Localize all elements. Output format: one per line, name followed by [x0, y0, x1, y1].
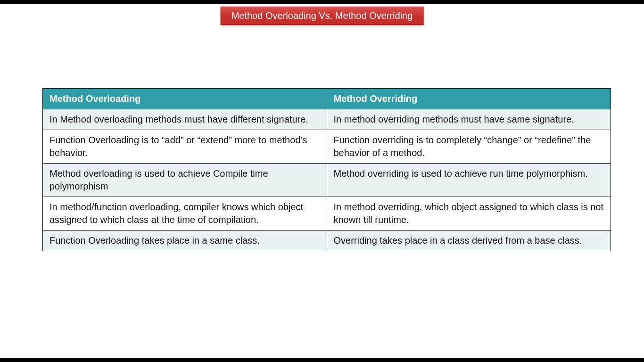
table-row: Function Overloading is to “add” or “ext… — [43, 130, 611, 164]
table-row: In method/function overloading, compiler… — [43, 197, 611, 230]
cell-overriding: Method overriding is used to achieve run… — [327, 164, 611, 197]
table-row: Function Overloading takes place in a sa… — [43, 230, 611, 251]
cell-overloading: Function Overloading is to “add” or “ext… — [43, 130, 327, 164]
cell-overloading: Function Overloading takes place in a sa… — [43, 230, 327, 251]
cell-overriding: Overriding takes place in a class derive… — [327, 230, 611, 251]
cell-overriding: In method overriding, which object assig… — [327, 197, 611, 230]
comparison-table: Method Overloading Method Overriding In … — [42, 88, 611, 251]
header-overriding: Method Overriding — [327, 89, 611, 109]
slide-title: Method Overloading Vs. Method Overriding — [221, 7, 424, 25]
cell-overloading: Method overloading is used to achieve Co… — [43, 164, 327, 197]
cell-overloading: In Method overloading methods must have … — [43, 109, 327, 130]
cell-overriding: Function overriding is to completely “ch… — [327, 130, 611, 164]
cell-overriding: In method overriding methods must have s… — [327, 109, 611, 130]
comparison-table-container: Method Overloading Method Overriding In … — [42, 88, 611, 251]
table-row: In Method overloading methods must have … — [43, 109, 611, 130]
header-overloading: Method Overloading — [43, 89, 327, 109]
table-row: Method overloading is used to achieve Co… — [43, 164, 611, 197]
table-header-row: Method Overloading Method Overriding — [43, 89, 611, 109]
cell-overloading: In method/function overloading, compiler… — [43, 197, 327, 230]
bottom-border-bar — [0, 358, 644, 362]
top-border-bar — [0, 0, 644, 4]
